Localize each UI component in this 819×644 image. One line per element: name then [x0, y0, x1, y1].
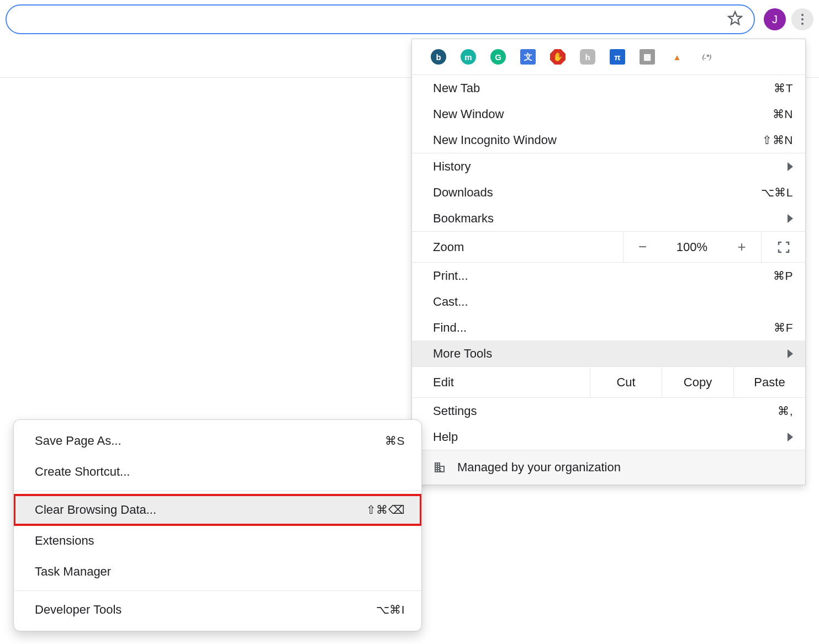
menu-zoom: Zoom − 100% + [412, 232, 805, 263]
zoom-in-button[interactable]: + [722, 232, 761, 262]
menu-downloads[interactable]: Downloads ⌥⌘L [412, 179, 805, 205]
menu-label: Help [433, 430, 458, 444]
extensions-row: bmG文✋hπ▦▲(.*) [412, 39, 805, 75]
cut-button[interactable]: Cut [590, 367, 662, 397]
submenu-label: Save Page As... [35, 434, 121, 448]
shortcut: ⌘T [774, 82, 793, 95]
menu-new-incognito[interactable]: New Incognito Window ⇧⌘N [412, 127, 805, 153]
submenu-label: Clear Browsing Data... [35, 503, 156, 517]
shortcut: ⇧⌘N [762, 134, 793, 147]
copy-button[interactable]: Copy [662, 367, 733, 397]
toolbar: J [0, 0, 819, 39]
menu-label: Downloads [433, 185, 493, 200]
paste-button[interactable]: Paste [733, 367, 805, 397]
kebab-icon [801, 14, 804, 25]
menu-find[interactable]: Find... ⌘F [412, 315, 805, 340]
shortcut: ⌥⌘L [761, 186, 793, 199]
shortcut: ⌘F [774, 321, 793, 334]
zoom-value: 100% [662, 232, 722, 262]
submenu-extensions[interactable]: Extensions [14, 525, 421, 556]
menu-help[interactable]: Help [412, 424, 805, 450]
menu-cast[interactable]: Cast... [412, 289, 805, 315]
submenu-create-shortcut[interactable]: Create Shortcut... [14, 456, 421, 487]
chevron-right-icon [788, 433, 793, 441]
ext-code-icon[interactable]: ▦ [640, 49, 655, 65]
ext-translate-icon[interactable]: 文 [520, 49, 536, 65]
submenu-developer-tools[interactable]: Developer Tools ⌥⌘I [14, 594, 421, 625]
organization-icon [433, 461, 446, 474]
menu-label: New Window [433, 107, 504, 121]
ext-m-icon[interactable]: m [461, 49, 476, 65]
divider [14, 590, 421, 591]
fullscreen-button[interactable] [761, 232, 805, 262]
svg-marker-0 [728, 12, 741, 24]
ext-regex-icon[interactable]: (.*) [699, 49, 715, 65]
menu-label: Bookmarks [433, 211, 494, 226]
menu-managed[interactable]: Managed by your organization [412, 450, 805, 485]
submenu-task-manager[interactable]: Task Manager [14, 556, 421, 587]
submenu-save-page-as[interactable]: Save Page As... ⌘S [14, 425, 421, 456]
menu-print[interactable]: Print... ⌘P [412, 263, 805, 289]
menu-new-window[interactable]: New Window ⌘N [412, 101, 805, 127]
avatar-initial: J [772, 13, 778, 26]
menu-label: New Tab [433, 81, 480, 95]
menu-bookmarks[interactable]: Bookmarks [412, 205, 805, 231]
menu-label: History [433, 159, 471, 174]
ext-b-icon[interactable]: b [431, 49, 446, 65]
shortcut: ⇧⌘⌫ [366, 503, 405, 517]
menu-label: Settings [433, 404, 477, 418]
ext-honey-icon[interactable]: h [580, 49, 595, 65]
shortcut: ⌘P [773, 269, 793, 283]
chevron-right-icon [788, 162, 793, 171]
zoom-label: Zoom [412, 240, 623, 254]
submenu-label: Extensions [35, 534, 94, 548]
zoom-out-button[interactable]: − [623, 232, 662, 262]
submenu-clear-browsing-data[interactable]: Clear Browsing Data... ⇧⌘⌫ [14, 494, 421, 525]
ext-pyramid-icon[interactable]: ▲ [669, 49, 685, 65]
menu-label: Find... [433, 321, 467, 335]
menu-button[interactable] [791, 8, 813, 30]
edit-label: Edit [412, 375, 590, 390]
shortcut: ⌥⌘I [376, 603, 405, 616]
menu-history[interactable]: History [412, 153, 805, 179]
main-menu: bmG文✋hπ▦▲(.*) New Tab ⌘T New Window ⌘N N… [411, 39, 806, 485]
bookmark-star-icon[interactable] [727, 10, 743, 28]
menu-label: Print... [433, 269, 468, 283]
submenu-label: Developer Tools [35, 603, 121, 617]
shortcut: ⌘N [773, 108, 793, 121]
menu-settings[interactable]: Settings ⌘, [412, 398, 805, 424]
address-bar[interactable] [6, 4, 755, 34]
shortcut: ⌘, [778, 405, 793, 418]
menu-label: Cast... [433, 295, 468, 309]
menu-edit: Edit Cut Copy Paste [412, 367, 805, 398]
divider [14, 491, 421, 491]
menu-label: New Incognito Window [433, 133, 557, 147]
ext-adblock-icon[interactable]: ✋ [550, 49, 566, 65]
shortcut: ⌘S [385, 434, 405, 448]
ext-grammarly-icon[interactable]: G [490, 49, 506, 65]
managed-label: Managed by your organization [457, 460, 621, 475]
menu-label: More Tools [433, 347, 492, 361]
fullscreen-icon [777, 241, 790, 254]
menu-new-tab[interactable]: New Tab ⌘T [412, 75, 805, 101]
ext-tt-icon[interactable]: π [610, 49, 625, 65]
submenu-label: Task Manager [35, 565, 111, 579]
profile-avatar[interactable]: J [764, 8, 786, 30]
chevron-right-icon [788, 214, 793, 223]
chevron-right-icon [788, 349, 793, 358]
more-tools-submenu: Save Page As... ⌘S Create Shortcut... Cl… [13, 419, 422, 631]
menu-more-tools[interactable]: More Tools [412, 340, 805, 366]
submenu-label: Create Shortcut... [35, 465, 130, 479]
